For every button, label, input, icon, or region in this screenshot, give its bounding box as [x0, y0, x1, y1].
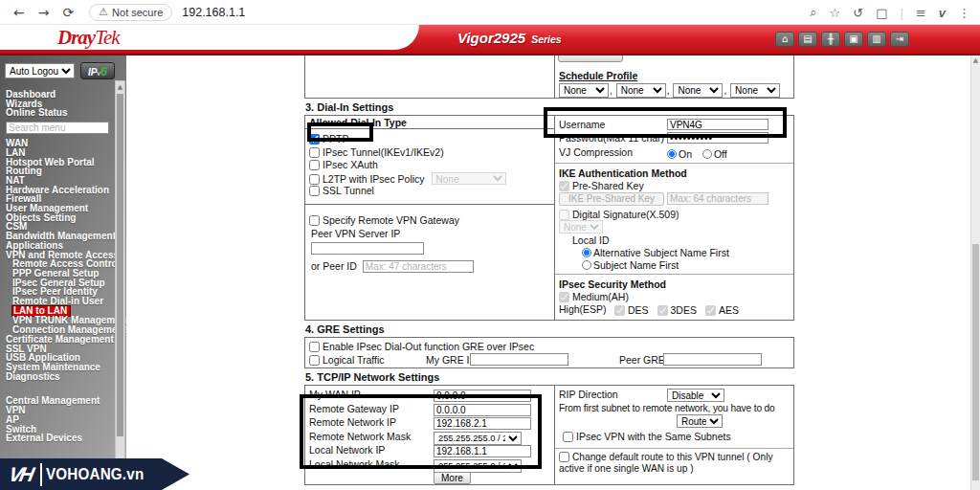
- des-checkbox[interactable]: [614, 305, 625, 316]
- remote-gateway-ip-input[interactable]: [434, 404, 531, 416]
- ssl-tunnel-checkbox[interactable]: [309, 186, 320, 196]
- sidebar-scroll-thumb[interactable]: [117, 94, 123, 436]
- wizard-icon[interactable]: ╫: [821, 32, 840, 47]
- alt-subject-label: Alternative Subject Name First: [593, 247, 729, 258]
- forward-icon[interactable]: →: [38, 5, 50, 20]
- des-label: DES: [628, 304, 649, 316]
- sidebar-item-online-status[interactable]: Online Status: [6, 108, 113, 118]
- zoom-icon[interactable]: ⌕: [810, 5, 816, 20]
- clipped-advanced-button[interactable]: [558, 56, 623, 62]
- pre-shared-key-label: Pre-Shared Key: [572, 180, 644, 191]
- vohoang-site-text: VOHOANG.vn: [46, 466, 144, 483]
- route-select[interactable]: Route: [677, 414, 723, 428]
- subject-first-label: Subject Name First: [593, 259, 679, 271]
- extensions-icon[interactable]: □: [876, 6, 887, 20]
- reload-icon[interactable]: ⟳: [62, 5, 74, 20]
- schedule-select-2[interactable]: None: [616, 83, 666, 98]
- sidebar-item-central-vpn[interactable]: VPN: [6, 406, 113, 415]
- page-scrollbar[interactable]: ▲: [970, 56, 980, 490]
- schedule-left-cell: [305, 56, 554, 98]
- medium-ah-label: Medium(AH): [572, 291, 629, 302]
- digital-signature-checkbox[interactable]: [559, 210, 569, 220]
- specify-gateway-checkbox[interactable]: [309, 215, 320, 226]
- pptp-label: PPTP: [323, 133, 348, 145]
- peer-id-label: or Peer ID: [311, 260, 357, 272]
- local-id-label: Local ID: [555, 234, 793, 246]
- vj-off-radio[interactable]: [702, 149, 712, 159]
- digital-signature-select[interactable]: None: [559, 220, 603, 234]
- browser-menu-icon[interactable]: ⋮: [958, 6, 970, 20]
- local-network-mask-label: Local Network Mask: [309, 458, 400, 470]
- ipv6-button[interactable]: IPv6: [80, 62, 115, 79]
- save-config-icon[interactable]: ▣: [844, 32, 863, 47]
- back-icon[interactable]: ←: [13, 5, 25, 20]
- scroll-up-icon[interactable]: ▲: [116, 81, 124, 93]
- sidebar-menu: Dashboard Wizards Online Status WAN LAN …: [6, 90, 113, 474]
- same-subnets-checkbox[interactable]: [563, 432, 573, 442]
- dialin-table: Allowed Dial-In Type PPTP IPsec Tunnel(I…: [304, 115, 794, 321]
- lan-to-lan-form: Schedule Profile None, None, None, None …: [304, 56, 794, 490]
- status-icon[interactable]: ▤: [798, 32, 817, 47]
- l2tp-policy-select[interactable]: None: [432, 172, 506, 185]
- my-wan-ip-input[interactable]: [434, 390, 531, 402]
- subject-first-radio[interactable]: [582, 260, 591, 270]
- address-bar[interactable]: 192.168.1.1: [182, 6, 245, 19]
- gre-section-title: 4. GRE Settings: [305, 323, 794, 335]
- auto-logout-select[interactable]: Auto Logout: [5, 63, 75, 78]
- ipsec-tunnel-checkbox[interactable]: [309, 147, 320, 158]
- brand-panel: DrayTek: [0, 25, 419, 50]
- ike-psk-input[interactable]: [667, 192, 768, 205]
- manual-icon[interactable]: ▥: [867, 32, 886, 47]
- logout-icon[interactable]: ⇥: [890, 32, 909, 47]
- vj-on-label: On: [679, 148, 692, 160]
- ipsec-xauth-checkbox[interactable]: [309, 160, 320, 170]
- sidebar-item-external-devices[interactable]: External Devices: [6, 434, 113, 443]
- warning-icon: ⚠: [99, 6, 108, 18]
- username-input[interactable]: [667, 119, 768, 130]
- app-header: DrayTek Vigor2925Series ⌂ ▤ ╫ ▣ ▥ ⇥: [0, 25, 980, 56]
- schedule-select-3[interactable]: None: [673, 83, 723, 98]
- gre-enable-checkbox[interactable]: [309, 342, 320, 352]
- 3des-checkbox[interactable]: [657, 305, 668, 316]
- sync-icon[interactable]: ↺: [853, 6, 863, 20]
- home-icon[interactable]: ⌂: [775, 32, 794, 47]
- page-scroll-up-icon[interactable]: ▲: [971, 56, 980, 66]
- sidebar-scrollbar[interactable]: ▲: [115, 80, 125, 490]
- schedule-select-4[interactable]: None: [730, 83, 780, 98]
- pre-shared-key-checkbox[interactable]: [559, 181, 569, 191]
- ike-psk-button[interactable]: IKE Pre-Shared Key: [559, 192, 664, 206]
- my-wan-ip-label: My WAN IP: [309, 389, 361, 400]
- rip-direction-select[interactable]: Disable: [667, 389, 724, 402]
- peer-id-input[interactable]: [363, 260, 474, 273]
- bookmark-star-icon[interactable]: ☆: [830, 6, 841, 20]
- alt-subject-radio[interactable]: [582, 248, 591, 257]
- sidebar-search-input[interactable]: [6, 122, 109, 134]
- schedule-right-cell: Schedule Profile None, None, None, None: [554, 56, 793, 98]
- pptp-checkbox[interactable]: [309, 134, 320, 145]
- tab-list-icon[interactable]: ≡: [916, 6, 926, 20]
- default-route-checkbox[interactable]: [559, 452, 569, 462]
- peer-server-ip-input[interactable]: [311, 242, 424, 255]
- l2tp-checkbox[interactable]: [309, 174, 320, 185]
- vj-on-radio[interactable]: [667, 149, 677, 159]
- more-button[interactable]: More: [434, 472, 471, 484]
- aes-checkbox[interactable]: [705, 305, 716, 316]
- medium-ah-checkbox[interactable]: [559, 292, 569, 302]
- local-network-ip-label: Local Network IP: [309, 444, 385, 456]
- sidebar-item-diagnostics[interactable]: Diagnostics: [6, 372, 113, 382]
- ipsec-xauth-label: IPsec XAuth: [323, 159, 378, 170]
- password-input[interactable]: [667, 132, 768, 144]
- vj-off-label: Off: [714, 148, 727, 160]
- remote-network-ip-input[interactable]: [434, 417, 531, 430]
- my-gre-ip-input[interactable]: [470, 353, 568, 366]
- dialin-right-col: Username Password(Max 11 char) VJ Compre…: [554, 116, 793, 320]
- page-scroll-thumb[interactable]: [972, 244, 979, 480]
- high-esp-label: High(ESP): [559, 303, 607, 315]
- local-network-ip-input[interactable]: [434, 445, 531, 457]
- schedule-select-1[interactable]: None: [559, 83, 609, 98]
- site-security-chip[interactable]: ⚠ Not secure: [89, 4, 172, 21]
- logical-traffic-checkbox[interactable]: [309, 355, 320, 366]
- remote-network-ip-label: Remote Network IP: [309, 416, 396, 428]
- profile-avatar[interactable]: v: [939, 6, 946, 20]
- peer-gre-ip-input[interactable]: [663, 353, 762, 366]
